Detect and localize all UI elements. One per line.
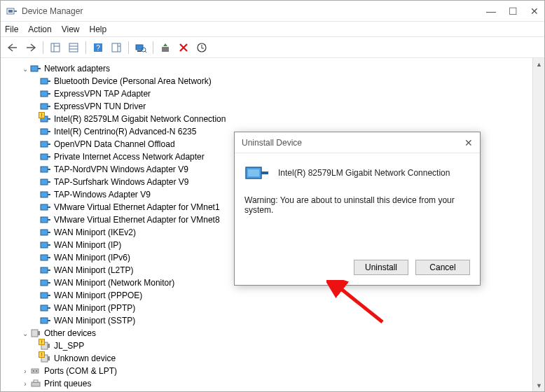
collapse-icon[interactable]: ⌄ xyxy=(20,65,30,73)
dialog-device-row: Intel(R) 82579LM Gigabit Network Connect… xyxy=(244,163,470,183)
svg-point-69 xyxy=(33,370,34,372)
tree-item-label: Unknown device xyxy=(54,354,116,363)
tree-item[interactable]: Bluetooth Device (Personal Area Network) xyxy=(5,75,531,88)
svg-rect-57 xyxy=(48,295,50,296)
svg-point-70 xyxy=(36,370,37,372)
svg-rect-21 xyxy=(38,68,41,69)
svg-rect-72 xyxy=(34,380,38,382)
tree-item-label: WAN Miniport (Network Monitor) xyxy=(54,278,174,288)
network-adapter-icon xyxy=(40,88,51,99)
tree-item-label: WAN Miniport (PPTP) xyxy=(54,303,135,313)
svg-rect-75 xyxy=(248,169,259,176)
show-hide-console-tree-button[interactable] xyxy=(48,40,63,55)
network-adapter-icon: ! xyxy=(40,113,51,125)
expand-icon[interactable]: › xyxy=(20,380,30,388)
menubar: File Action View Help xyxy=(1,22,544,37)
tree-item-label: OpenVPN Data Channel Offload xyxy=(54,139,175,149)
network-adapter-icon xyxy=(40,315,51,326)
tree-item-label: VMware Virtual Ethernet Adapter for VMne… xyxy=(54,202,220,212)
scan-hardware-button[interactable] xyxy=(133,40,149,55)
network-adapter-icon xyxy=(40,189,51,200)
svg-rect-33 xyxy=(48,144,50,145)
maximize-button[interactable]: ☐ xyxy=(509,6,518,17)
network-adapter-icon xyxy=(40,277,51,288)
tree-item-label: WAN Miniport (IKEv2) xyxy=(54,227,136,237)
dialog-close-button[interactable]: ✕ xyxy=(464,137,473,148)
menu-view[interactable]: View xyxy=(62,24,80,34)
svg-rect-34 xyxy=(41,154,48,160)
tree-item[interactable]: WAN Miniport (SSTP) xyxy=(5,314,531,327)
svg-text:?: ? xyxy=(96,44,100,52)
network-adapter-icon xyxy=(244,163,270,183)
update-driver-button[interactable] xyxy=(158,40,173,55)
svg-rect-65 xyxy=(48,344,50,348)
svg-rect-31 xyxy=(48,131,50,132)
svg-rect-49 xyxy=(48,244,50,246)
svg-rect-20 xyxy=(31,66,38,71)
uninstall-button[interactable]: Uninstall xyxy=(354,260,408,275)
svg-rect-60 xyxy=(41,318,48,323)
print-queues-category-icon xyxy=(30,378,41,389)
unknown-device-icon: ! xyxy=(40,353,51,364)
forward-button[interactable] xyxy=(23,40,39,55)
toolbar-separator xyxy=(43,41,43,54)
vertical-scrollbar[interactable]: ▲ ▼ xyxy=(532,58,544,391)
window-title: Device Manager xyxy=(22,6,486,16)
network-adapter-icon xyxy=(40,214,51,225)
tree-item-label: Intel(R) 82579LM Gigabit Network Connect… xyxy=(54,114,226,124)
svg-rect-35 xyxy=(48,156,50,158)
tree-item[interactable]: ExpressVPN TUN Driver xyxy=(5,100,531,113)
svg-rect-40 xyxy=(41,192,48,197)
svg-rect-46 xyxy=(41,230,48,235)
svg-rect-63 xyxy=(38,331,40,335)
tree-item[interactable]: !Intel(R) 82579LM Gigabit Network Connec… xyxy=(5,113,531,125)
tree-item[interactable]: WAN Miniport (PPTP) xyxy=(5,302,531,314)
close-button[interactable]: ✕ xyxy=(530,6,539,17)
network-adapter-category-icon xyxy=(30,63,41,74)
scroll-down-arrow[interactable]: ▼ xyxy=(533,379,544,391)
minimize-button[interactable]: — xyxy=(486,6,496,17)
tree-item-label: WAN Miniport (IPv6) xyxy=(54,253,130,262)
svg-rect-3 xyxy=(51,43,60,52)
menu-help[interactable]: Help xyxy=(90,24,107,34)
tree-item[interactable]: !Unknown device xyxy=(5,352,531,365)
svg-rect-43 xyxy=(48,206,50,208)
network-adapter-icon xyxy=(40,252,51,263)
tree-item[interactable]: !JL_SPP xyxy=(5,340,531,352)
tree-item[interactable]: ExpressVPN TAP Adapter xyxy=(5,88,531,100)
scroll-up-arrow[interactable]: ▲ xyxy=(533,58,544,70)
uninstall-device-button[interactable] xyxy=(176,40,191,55)
back-button[interactable] xyxy=(5,40,20,55)
svg-rect-1 xyxy=(8,10,13,13)
category-print-queues[interactable]: › Print queues xyxy=(5,377,531,390)
help-toolbar-button[interactable]: ? xyxy=(90,40,106,55)
svg-rect-18 xyxy=(162,47,169,52)
category-network-adapters[interactable]: ⌄ Network adapters xyxy=(5,62,531,75)
properties-toolbar-button[interactable] xyxy=(66,40,81,55)
tree-item-label: TAP-Windows Adapter V9 xyxy=(54,190,151,200)
dialog-device-name: Intel(R) 82579LM Gigabit Network Connect… xyxy=(278,168,450,178)
svg-rect-36 xyxy=(41,167,48,172)
network-adapter-icon xyxy=(40,151,51,162)
category-other-devices[interactable]: ⌄ Other devices xyxy=(5,327,531,340)
tree-item-label: WAN Miniport (SSTP) xyxy=(54,316,135,326)
svg-rect-59 xyxy=(48,307,50,309)
menu-action[interactable]: Action xyxy=(28,24,51,34)
menu-file[interactable]: File xyxy=(5,24,18,34)
svg-rect-39 xyxy=(48,181,50,183)
tree-item[interactable]: WAN Miniport (PPPOE) xyxy=(5,289,531,302)
dialog-titlebar: Uninstall Device ✕ xyxy=(235,132,480,153)
network-adapter-icon xyxy=(40,265,51,276)
category-ports[interactable]: › Ports (COM & LPT) xyxy=(5,365,531,377)
svg-rect-67 xyxy=(48,356,50,360)
collapse-icon[interactable]: ⌄ xyxy=(20,330,30,337)
svg-rect-50 xyxy=(41,255,48,260)
disable-device-button[interactable] xyxy=(194,40,209,55)
action-pane-button[interactable] xyxy=(109,40,124,55)
dialog-warning-text: Warning: You are about to uninstall this… xyxy=(244,195,470,215)
dialog-body: Intel(R) 82579LM Gigabit Network Connect… xyxy=(235,153,480,253)
cancel-button[interactable]: Cancel xyxy=(415,260,470,275)
expand-icon[interactable]: › xyxy=(20,368,30,375)
category-label: Print queues xyxy=(44,379,91,388)
svg-rect-38 xyxy=(41,179,48,185)
